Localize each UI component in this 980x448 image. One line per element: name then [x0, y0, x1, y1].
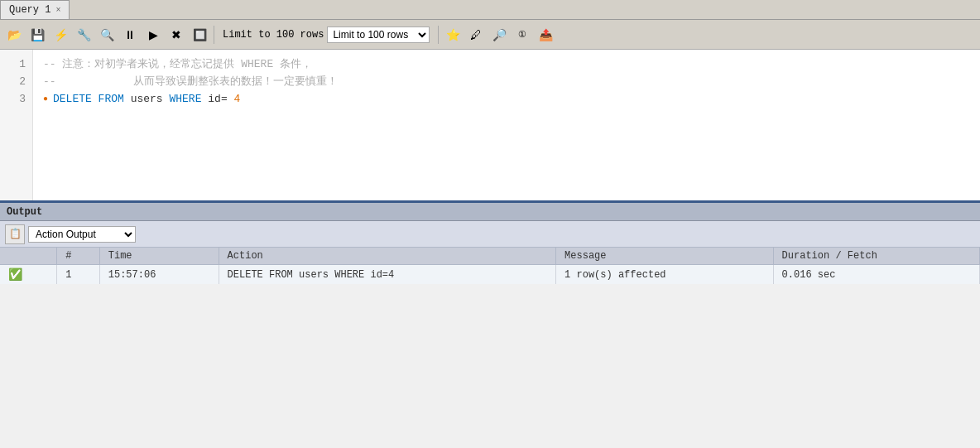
line-number-3: 3 [10, 91, 26, 108]
line-number-1: 1 [10, 56, 26, 74]
code-line-3: ● DELETE FROM users WHERE id= 4 [43, 91, 970, 108]
editor-area: 1 2 3 -- 注意：对初学者来说，经常忘记提供 WHERE 条件， -- 从… [0, 50, 980, 203]
separator-1 [214, 26, 214, 44]
limit-label: Limit to 100 rows [223, 29, 324, 41]
row-duration: 0.016 sec [773, 265, 979, 285]
code-statement: DELETE FROM users WHERE id= 4 [53, 91, 240, 108]
limit-dropdown[interactable]: Limit to 100 rows Don't Limit Limit to 1… [327, 26, 430, 43]
success-icon: ✅ [8, 268, 22, 282]
output-table-container: # Time Action Message Duration / Fetch ✅… [0, 248, 980, 284]
find-btn[interactable]: 🔎 [488, 24, 510, 46]
code-line-1: -- 注意：对初学者来说，经常忘记提供 WHERE 条件， [43, 56, 970, 74]
tab-label: Query 1 [9, 4, 50, 16]
toolbar: 📂 💾 ⚡ 🔧 🔍 ⏸ ▶ ✖ 🔲 Limit to 100 rows Limi… [0, 20, 980, 50]
line-dot: ● [43, 93, 48, 106]
keyword-where: WHERE [169, 93, 201, 105]
table-row: ✅ 1 15:57:06 DELETE FROM users WHERE id=… [0, 265, 980, 285]
query-tab[interactable]: Query 1 × [0, 0, 70, 19]
copy-output-btn[interactable]: 📋 [5, 224, 25, 244]
copy-icon: 📋 [9, 228, 22, 240]
toggle-btn[interactable]: 🔲 [189, 24, 210, 46]
output-table: # Time Action Message Duration / Fetch ✅… [0, 248, 980, 284]
output-toolbar: 📋 Action Output History Output [0, 221, 980, 248]
schema-btn[interactable]: ① [512, 24, 533, 46]
col-time: Time [99, 248, 219, 265]
condition-text: id= [208, 93, 227, 105]
row-time: 15:57:06 [99, 265, 219, 285]
execute-btn[interactable]: ⚡ [50, 24, 71, 46]
execute-selected-btn[interactable]: 🔧 [73, 24, 94, 46]
table-name: users [131, 93, 170, 105]
output-type-select-container: Action Output History Output [28, 226, 136, 243]
line-number-2: 2 [10, 74, 26, 91]
output-title: Output [7, 206, 42, 218]
separator-2 [438, 26, 439, 44]
col-status [0, 248, 57, 265]
limit-select-container: Limit to 100 rows Limit to 100 rows Don'… [218, 26, 435, 43]
output-header: Output [0, 203, 980, 221]
run-btn[interactable]: ▶ [142, 24, 164, 46]
open-folder-btn[interactable]: 📂 [3, 24, 25, 46]
output-section: Output 📋 Action Output History Output # … [0, 203, 980, 284]
output-type-dropdown[interactable]: Action Output History Output [28, 226, 136, 243]
comment-line-1: -- 注意：对初学者来说，经常忘记提供 WHERE 条件， [43, 56, 312, 74]
explain-btn[interactable]: 🔍 [96, 24, 118, 46]
format-btn[interactable]: 🖊 [465, 24, 487, 46]
row-message: 1 row(s) affected [556, 265, 774, 285]
line-numbers: 1 2 3 [0, 50, 33, 200]
col-duration: Duration / Fetch [773, 248, 979, 265]
export-btn[interactable]: 📤 [535, 24, 556, 46]
cancel-btn[interactable]: ✖ [166, 24, 187, 46]
row-action: DELETE FROM users WHERE id=4 [219, 265, 556, 285]
code-editor[interactable]: -- 注意：对初学者来说，经常忘记提供 WHERE 条件， -- 从而导致误删整… [33, 50, 980, 200]
table-header-row: # Time Action Message Duration / Fetch [0, 248, 980, 265]
tab-bar: Query 1 × [0, 0, 980, 20]
tab-close-btn[interactable]: × [55, 6, 60, 15]
save-btn[interactable]: 💾 [26, 24, 48, 46]
col-message: Message [556, 248, 774, 265]
keyword-delete: DELETE FROM [53, 93, 124, 105]
code-line-2: -- 从而导致误删整张表的数据！一定要慎重！ [43, 74, 970, 91]
condition-value: 4 [234, 93, 241, 105]
stop-btn[interactable]: ⏸ [119, 24, 141, 46]
row-number: 1 [57, 265, 100, 285]
bookmark-btn[interactable]: ⭐ [442, 24, 464, 46]
row-status-icon: ✅ [0, 265, 57, 285]
comment-line-2: -- 从而导致误删整张表的数据！一定要慎重！ [43, 74, 338, 91]
col-number: # [57, 248, 100, 265]
col-action: Action [219, 248, 556, 265]
